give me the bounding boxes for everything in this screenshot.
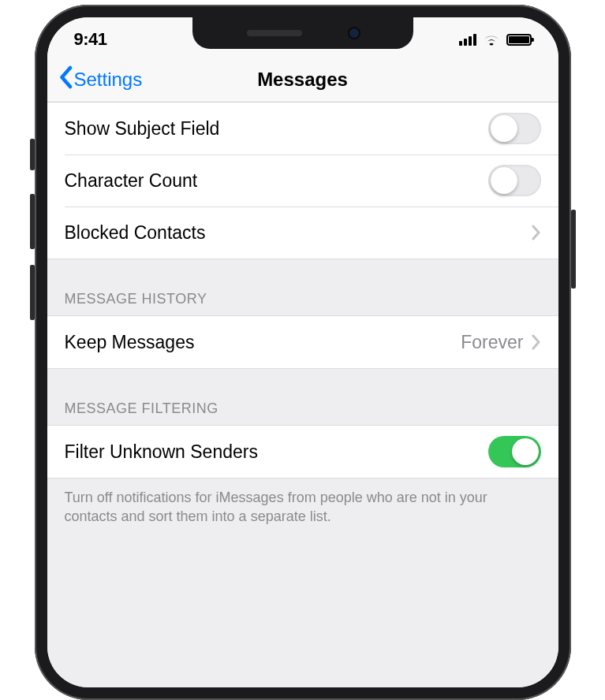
- status-time: 9:41: [74, 24, 107, 50]
- chevron-right-icon: [532, 334, 541, 350]
- toggle-show-subject-field[interactable]: [488, 113, 541, 144]
- wifi-icon: [483, 33, 500, 46]
- front-camera: [349, 28, 359, 38]
- row-filter-unknown-senders[interactable]: Filter Unknown Senders: [47, 426, 558, 478]
- back-button[interactable]: Settings: [58, 65, 143, 94]
- notch: [192, 17, 413, 49]
- battery-icon: [506, 34, 532, 46]
- row-label: Blocked Contacts: [65, 222, 206, 244]
- section-footer-filtering: Turn off notifications for iMessages fro…: [47, 478, 558, 536]
- status-icons: [459, 28, 532, 46]
- navigation-bar: Settings Messages: [47, 57, 558, 102]
- earpiece-speaker: [247, 30, 302, 36]
- row-keep-messages[interactable]: Keep Messages Forever: [47, 316, 558, 368]
- row-label: Character Count: [65, 170, 198, 192]
- chevron-left-icon: [58, 65, 73, 94]
- row-label: Keep Messages: [65, 332, 195, 353]
- phone-frame: 9:41 Settings Messages: [35, 5, 571, 700]
- row-blocked-contacts[interactable]: Blocked Contacts: [47, 207, 558, 259]
- group-message-filtering: Filter Unknown Senders: [47, 425, 558, 478]
- row-character-count[interactable]: Character Count: [47, 155, 558, 207]
- row-show-subject-field[interactable]: Show Subject Field: [47, 102, 558, 155]
- row-label: Filter Unknown Senders: [65, 441, 258, 463]
- chevron-right-icon: [532, 225, 541, 240]
- row-value: Forever: [461, 332, 523, 353]
- row-label: Show Subject Field: [65, 118, 220, 140]
- side-button: [571, 210, 576, 289]
- section-header-message-filtering: MESSAGE FILTERING: [47, 393, 558, 425]
- back-label: Settings: [74, 69, 143, 91]
- group-general: Show Subject Field Character Count Block…: [47, 102, 558, 259]
- volume-up-button: [30, 194, 35, 249]
- cellular-signal-icon: [459, 33, 476, 46]
- ringer-switch: [30, 139, 35, 170]
- settings-content[interactable]: Show Subject Field Character Count Block…: [47, 102, 558, 687]
- toggle-filter-unknown-senders[interactable]: [488, 436, 541, 467]
- section-header-message-history: MESSAGE HISTORY: [47, 283, 558, 315]
- toggle-character-count[interactable]: [488, 165, 541, 196]
- screen: 9:41 Settings Messages: [47, 17, 558, 687]
- group-message-history: Keep Messages Forever: [47, 315, 558, 369]
- page-title: Messages: [257, 69, 348, 91]
- volume-down-button: [30, 265, 35, 320]
